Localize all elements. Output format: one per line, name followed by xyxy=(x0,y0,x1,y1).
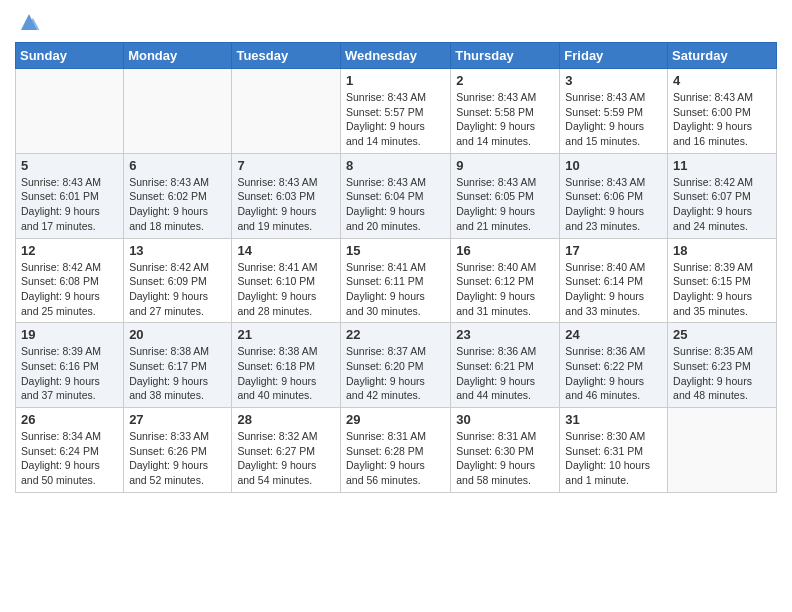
day-info: Sunrise: 8:30 AM Sunset: 6:31 PM Dayligh… xyxy=(565,429,662,488)
calendar-cell: 28Sunrise: 8:32 AM Sunset: 6:27 PM Dayli… xyxy=(232,408,341,493)
day-number: 12 xyxy=(21,243,118,258)
day-number: 30 xyxy=(456,412,554,427)
header xyxy=(15,10,777,34)
day-info: Sunrise: 8:36 AM Sunset: 6:22 PM Dayligh… xyxy=(565,344,662,403)
day-number: 26 xyxy=(21,412,118,427)
calendar-table: SundayMondayTuesdayWednesdayThursdayFrid… xyxy=(15,42,777,493)
calendar-cell: 12Sunrise: 8:42 AM Sunset: 6:08 PM Dayli… xyxy=(16,238,124,323)
calendar-cell: 21Sunrise: 8:38 AM Sunset: 6:18 PM Dayli… xyxy=(232,323,341,408)
day-info: Sunrise: 8:32 AM Sunset: 6:27 PM Dayligh… xyxy=(237,429,335,488)
day-number: 3 xyxy=(565,73,662,88)
weekday-header: Sunday xyxy=(16,43,124,69)
day-number: 20 xyxy=(129,327,226,342)
day-number: 24 xyxy=(565,327,662,342)
day-number: 7 xyxy=(237,158,335,173)
day-number: 25 xyxy=(673,327,771,342)
day-info: Sunrise: 8:43 AM Sunset: 5:59 PM Dayligh… xyxy=(565,90,662,149)
day-info: Sunrise: 8:31 AM Sunset: 6:30 PM Dayligh… xyxy=(456,429,554,488)
day-info: Sunrise: 8:43 AM Sunset: 6:06 PM Dayligh… xyxy=(565,175,662,234)
day-info: Sunrise: 8:38 AM Sunset: 6:18 PM Dayligh… xyxy=(237,344,335,403)
calendar-cell: 16Sunrise: 8:40 AM Sunset: 6:12 PM Dayli… xyxy=(451,238,560,323)
day-info: Sunrise: 8:42 AM Sunset: 6:09 PM Dayligh… xyxy=(129,260,226,319)
calendar-cell: 1Sunrise: 8:43 AM Sunset: 5:57 PM Daylig… xyxy=(340,69,450,154)
calendar-cell: 17Sunrise: 8:40 AM Sunset: 6:14 PM Dayli… xyxy=(560,238,668,323)
calendar-cell: 22Sunrise: 8:37 AM Sunset: 6:20 PM Dayli… xyxy=(340,323,450,408)
day-number: 4 xyxy=(673,73,771,88)
day-number: 1 xyxy=(346,73,445,88)
day-number: 22 xyxy=(346,327,445,342)
day-info: Sunrise: 8:43 AM Sunset: 6:00 PM Dayligh… xyxy=(673,90,771,149)
day-number: 10 xyxy=(565,158,662,173)
day-number: 13 xyxy=(129,243,226,258)
day-number: 28 xyxy=(237,412,335,427)
calendar-cell: 15Sunrise: 8:41 AM Sunset: 6:11 PM Dayli… xyxy=(340,238,450,323)
weekday-header: Wednesday xyxy=(340,43,450,69)
day-number: 17 xyxy=(565,243,662,258)
day-info: Sunrise: 8:40 AM Sunset: 6:14 PM Dayligh… xyxy=(565,260,662,319)
day-info: Sunrise: 8:41 AM Sunset: 6:11 PM Dayligh… xyxy=(346,260,445,319)
day-info: Sunrise: 8:43 AM Sunset: 6:01 PM Dayligh… xyxy=(21,175,118,234)
calendar-cell: 24Sunrise: 8:36 AM Sunset: 6:22 PM Dayli… xyxy=(560,323,668,408)
logo xyxy=(15,10,41,34)
day-info: Sunrise: 8:31 AM Sunset: 6:28 PM Dayligh… xyxy=(346,429,445,488)
day-number: 18 xyxy=(673,243,771,258)
calendar-cell: 29Sunrise: 8:31 AM Sunset: 6:28 PM Dayli… xyxy=(340,408,450,493)
calendar-cell: 4Sunrise: 8:43 AM Sunset: 6:00 PM Daylig… xyxy=(668,69,777,154)
day-number: 31 xyxy=(565,412,662,427)
weekday-header: Tuesday xyxy=(232,43,341,69)
day-info: Sunrise: 8:39 AM Sunset: 6:16 PM Dayligh… xyxy=(21,344,118,403)
weekday-header: Friday xyxy=(560,43,668,69)
day-info: Sunrise: 8:43 AM Sunset: 6:05 PM Dayligh… xyxy=(456,175,554,234)
calendar-week-row: 5Sunrise: 8:43 AM Sunset: 6:01 PM Daylig… xyxy=(16,153,777,238)
calendar-week-row: 12Sunrise: 8:42 AM Sunset: 6:08 PM Dayli… xyxy=(16,238,777,323)
day-info: Sunrise: 8:37 AM Sunset: 6:20 PM Dayligh… xyxy=(346,344,445,403)
day-number: 8 xyxy=(346,158,445,173)
calendar-cell: 26Sunrise: 8:34 AM Sunset: 6:24 PM Dayli… xyxy=(16,408,124,493)
day-number: 29 xyxy=(346,412,445,427)
day-number: 15 xyxy=(346,243,445,258)
day-info: Sunrise: 8:39 AM Sunset: 6:15 PM Dayligh… xyxy=(673,260,771,319)
day-info: Sunrise: 8:43 AM Sunset: 5:57 PM Dayligh… xyxy=(346,90,445,149)
calendar-week-row: 19Sunrise: 8:39 AM Sunset: 6:16 PM Dayli… xyxy=(16,323,777,408)
calendar-cell xyxy=(124,69,232,154)
day-info: Sunrise: 8:42 AM Sunset: 6:08 PM Dayligh… xyxy=(21,260,118,319)
calendar-cell: 2Sunrise: 8:43 AM Sunset: 5:58 PM Daylig… xyxy=(451,69,560,154)
calendar-cell: 20Sunrise: 8:38 AM Sunset: 6:17 PM Dayli… xyxy=(124,323,232,408)
day-number: 2 xyxy=(456,73,554,88)
calendar-cell xyxy=(668,408,777,493)
calendar-header-row: SundayMondayTuesdayWednesdayThursdayFrid… xyxy=(16,43,777,69)
day-number: 11 xyxy=(673,158,771,173)
day-info: Sunrise: 8:43 AM Sunset: 5:58 PM Dayligh… xyxy=(456,90,554,149)
logo-icon xyxy=(17,10,41,34)
day-info: Sunrise: 8:43 AM Sunset: 6:02 PM Dayligh… xyxy=(129,175,226,234)
day-info: Sunrise: 8:40 AM Sunset: 6:12 PM Dayligh… xyxy=(456,260,554,319)
calendar-cell: 18Sunrise: 8:39 AM Sunset: 6:15 PM Dayli… xyxy=(668,238,777,323)
day-number: 6 xyxy=(129,158,226,173)
day-info: Sunrise: 8:43 AM Sunset: 6:03 PM Dayligh… xyxy=(237,175,335,234)
calendar-cell xyxy=(232,69,341,154)
calendar-cell: 25Sunrise: 8:35 AM Sunset: 6:23 PM Dayli… xyxy=(668,323,777,408)
calendar-cell: 14Sunrise: 8:41 AM Sunset: 6:10 PM Dayli… xyxy=(232,238,341,323)
day-info: Sunrise: 8:42 AM Sunset: 6:07 PM Dayligh… xyxy=(673,175,771,234)
day-info: Sunrise: 8:35 AM Sunset: 6:23 PM Dayligh… xyxy=(673,344,771,403)
day-info: Sunrise: 8:36 AM Sunset: 6:21 PM Dayligh… xyxy=(456,344,554,403)
calendar-cell: 8Sunrise: 8:43 AM Sunset: 6:04 PM Daylig… xyxy=(340,153,450,238)
day-number: 27 xyxy=(129,412,226,427)
calendar-cell: 7Sunrise: 8:43 AM Sunset: 6:03 PM Daylig… xyxy=(232,153,341,238)
calendar-cell: 31Sunrise: 8:30 AM Sunset: 6:31 PM Dayli… xyxy=(560,408,668,493)
day-number: 16 xyxy=(456,243,554,258)
calendar-cell: 19Sunrise: 8:39 AM Sunset: 6:16 PM Dayli… xyxy=(16,323,124,408)
day-number: 9 xyxy=(456,158,554,173)
calendar-cell: 11Sunrise: 8:42 AM Sunset: 6:07 PM Dayli… xyxy=(668,153,777,238)
calendar-week-row: 1Sunrise: 8:43 AM Sunset: 5:57 PM Daylig… xyxy=(16,69,777,154)
page-container: SundayMondayTuesdayWednesdayThursdayFrid… xyxy=(0,0,792,508)
day-info: Sunrise: 8:38 AM Sunset: 6:17 PM Dayligh… xyxy=(129,344,226,403)
weekday-header: Saturday xyxy=(668,43,777,69)
calendar-cell: 30Sunrise: 8:31 AM Sunset: 6:30 PM Dayli… xyxy=(451,408,560,493)
calendar-cell: 6Sunrise: 8:43 AM Sunset: 6:02 PM Daylig… xyxy=(124,153,232,238)
calendar-week-row: 26Sunrise: 8:34 AM Sunset: 6:24 PM Dayli… xyxy=(16,408,777,493)
calendar-cell: 5Sunrise: 8:43 AM Sunset: 6:01 PM Daylig… xyxy=(16,153,124,238)
calendar-cell: 23Sunrise: 8:36 AM Sunset: 6:21 PM Dayli… xyxy=(451,323,560,408)
day-info: Sunrise: 8:34 AM Sunset: 6:24 PM Dayligh… xyxy=(21,429,118,488)
calendar-cell xyxy=(16,69,124,154)
